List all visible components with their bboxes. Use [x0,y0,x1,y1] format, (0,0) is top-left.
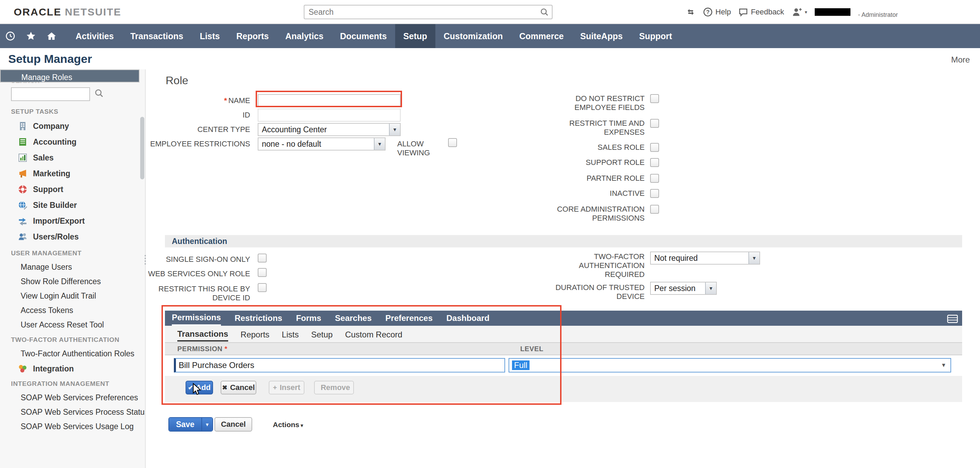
nav-item-support[interactable]: Support [631,24,680,48]
sidebar-item-users-roles[interactable]: Users/Roles [0,229,145,245]
sales-role-label: SALES ROLE [555,143,644,152]
name-input[interactable] [258,94,401,107]
save-dropdown-button[interactable]: ▾ [201,418,212,431]
tab-searches[interactable]: Searches [328,310,379,326]
record-title: Role [165,74,188,87]
duration-of-trusted-device-value: Per session [651,282,705,294]
user-menu-button[interactable]: ▾ [792,7,807,17]
actions-menu[interactable]: Actions▾ [273,420,303,429]
chevron-down-icon: ▼ [748,252,759,264]
permission-edit-row: Full ▼ [165,355,962,376]
name-label: *NAME [146,96,250,105]
level-select[interactable]: Full ▼ [509,358,951,372]
list-view-icon[interactable] [947,314,958,326]
inactive-checkbox[interactable] [650,189,659,198]
sidebar-item-manage-users[interactable]: Manage Users [0,260,140,274]
sidebar-item-access-tokens[interactable]: Access Tokens [0,303,140,317]
feedback-button[interactable]: Feedback [738,7,784,17]
sidebar-item-accounting[interactable]: Accounting [0,134,145,150]
users-icon [18,232,27,242]
option-row: SALES ROLE [555,143,659,152]
single-sign-on-only-checkbox[interactable] [258,253,267,263]
id-input[interactable] [258,108,401,122]
save-button[interactable]: Save [169,418,201,431]
more-link[interactable]: More [951,55,970,65]
nav-item-setup[interactable]: Setup [395,24,435,48]
nav-item-reports[interactable]: Reports [228,24,277,48]
nav-menu: Activities Transactions Lists Reports An… [67,24,680,48]
sidebar-item-soap-usage-log[interactable]: SOAP Web Services Usage Log [0,419,140,434]
recent-records-icon[interactable] [0,24,21,48]
sales-role-checkbox[interactable] [650,143,659,152]
duration-of-trusted-device-select[interactable]: Per session ▼ [650,282,717,295]
core-administration-permissions-checkbox[interactable] [650,205,659,214]
sidebar-item-manage-roles[interactable]: Manage Roles [0,69,140,83]
cancel-button[interactable]: Cancel [215,417,252,431]
restrict-time-and-expenses-checkbox[interactable] [650,119,659,128]
do-not-restrict-employee-fields-checkbox[interactable] [650,94,659,103]
nav-item-documents[interactable]: Documents [332,24,395,48]
remove-button[interactable]: Remove [314,381,354,395]
home-icon[interactable] [41,24,62,48]
restrict-role-by-device-id-checkbox[interactable] [258,283,267,292]
web-services-only-role-checkbox[interactable] [258,268,267,277]
sidebar-item-support[interactable]: Support [0,181,145,197]
tab-dashboard[interactable]: Dashboard [439,310,496,326]
search-icon[interactable] [537,8,552,16]
employee-restrictions-value: none - no default [258,138,374,150]
sidebar-item-company[interactable]: Company [0,118,145,134]
global-search-box [304,5,552,19]
permission-input[interactable] [174,358,505,372]
chevron-down-icon: ▾ [301,423,303,428]
option-row: DO NOT RESTRICT EMPLOYEE FIELDS [555,94,659,112]
nav-item-commerce[interactable]: Commerce [511,24,572,48]
allow-viewing-checkbox[interactable] [448,138,457,147]
tab-restrictions[interactable]: Restrictions [228,310,290,326]
subtab-transactions[interactable]: Transactions [171,326,234,342]
support-role-checkbox[interactable] [650,158,659,167]
netsuite-window: ORACLENETSUITE ? Help Feedback ▾ [0,0,980,468]
two-factor-required-select[interactable]: Not required ▼ [650,252,760,264]
sidebar-item-label: Site Builder [33,201,77,210]
tab-permissions[interactable]: Permissions [165,310,228,326]
nav-item-activities[interactable]: Activities [67,24,122,48]
sidebar-item-site-builder[interactable]: Site Builder [0,197,145,213]
nav-item-transactions[interactable]: Transactions [122,24,191,48]
nav-item-lists[interactable]: Lists [191,24,228,48]
subtab-reports[interactable]: Reports [234,326,275,342]
option-row: INACTIVE [555,189,659,198]
cancel-row-button[interactable]: ✖Cancel [221,381,256,395]
tab-forms[interactable]: Forms [289,310,328,326]
add-button[interactable]: ✔Add [186,381,213,395]
sidebar-item-two-factor-authentication-roles[interactable]: Two-Factor Authentication Roles [0,346,140,361]
sidebar-item-user-access-reset-tool[interactable]: User Access Reset Tool [0,317,140,332]
restrict-time-and-expenses-label: RESTRICT TIME AND EXPENSES [555,119,644,137]
subtab-custom-record[interactable]: Custom Record [339,326,409,342]
sidebar-item-soap-preferences[interactable]: SOAP Web Services Preferences [0,390,140,405]
sidebar-item-view-login-audit-trail[interactable]: View Login Audit Trail [0,289,140,303]
sidebar-search-icon[interactable] [94,88,104,101]
help-button[interactable]: ? Help [703,7,731,17]
tab-preferences[interactable]: Preferences [379,310,439,326]
sidebar-scrollbar-thumb[interactable] [140,117,144,179]
global-search-input[interactable] [304,8,537,17]
partner-role-label: PARTNER ROLE [555,174,644,183]
nav-item-suiteapps[interactable]: SuiteApps [572,24,631,48]
shortcuts-star-icon[interactable] [21,24,41,48]
partner-role-checkbox[interactable] [650,174,659,183]
subtab-setup[interactable]: Setup [305,326,339,342]
nav-item-analytics[interactable]: Analytics [277,24,332,48]
sidebar-item-integration[interactable]: Integration [0,361,145,377]
employee-restrictions-select[interactable]: none - no default ▼ [258,137,385,151]
insert-button[interactable]: +Insert [269,381,304,395]
sidebar-item-marketing[interactable]: Marketing [0,166,145,181]
center-type-select[interactable]: Accounting Center ▼ [258,123,401,136]
nav-item-customization[interactable]: Customization [435,24,511,48]
subtab-lists[interactable]: Lists [275,326,305,342]
sidebar-item-show-role-differences[interactable]: Show Role Differences [0,274,140,289]
sidebar-item-soap-process-status[interactable]: SOAP Web Services Process Status [0,405,140,419]
role-switch-icon[interactable] [686,7,695,17]
sidebar-item-sales[interactable]: Sales [0,150,145,166]
sidebar-item-import-export[interactable]: Import/Export [0,213,145,229]
sidebar-search-input[interactable] [11,87,90,101]
